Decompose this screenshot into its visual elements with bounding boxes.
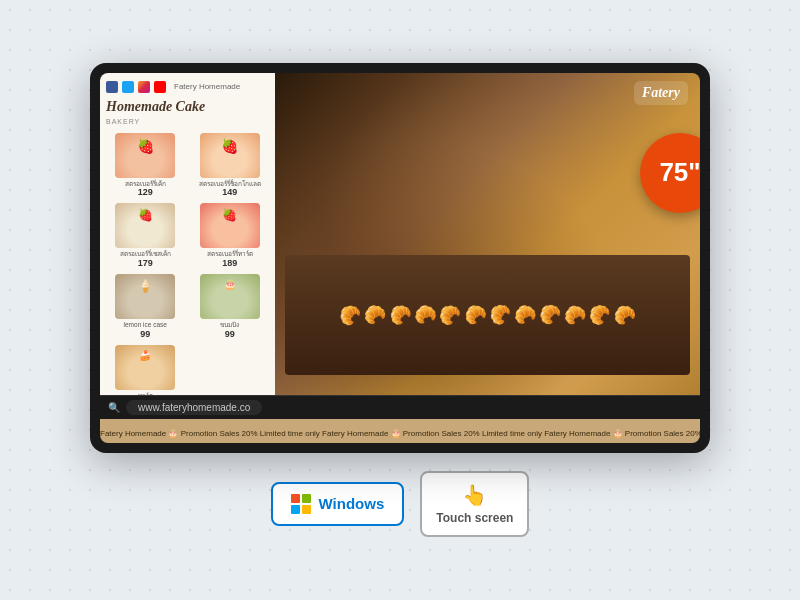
- list-item: lemon ice case 99: [106, 274, 185, 339]
- monitor-screen: Fatery Homemade Homemade Cake BAKERY สตร…: [100, 73, 700, 443]
- bottom-buttons: Windows 👆 Touch screen: [271, 471, 530, 537]
- touch-label: Touch screen: [436, 511, 513, 525]
- item-price-5: 99: [140, 329, 150, 339]
- monitor: Fatery Homemade Homemade Cake BAKERY สตร…: [90, 63, 710, 453]
- croissant-item: 🥐: [437, 302, 462, 327]
- item-name-4: สตรอเบอร์รี่ทาร์ต: [207, 250, 253, 258]
- item-price-4: 189: [222, 258, 237, 268]
- instagram-icon: [138, 81, 150, 93]
- windows-label: Windows: [319, 495, 385, 512]
- ticker-bar: Fatery Homemade 🎂 Promotion Sales 20% Li…: [100, 419, 700, 443]
- menu-grid: สตรอเบอร์รี่เค้ก 129 สตรอเบอร์รี่ช็อกโกแ…: [106, 133, 269, 395]
- cake-image-1: [115, 133, 175, 178]
- windows-icon: [291, 494, 311, 514]
- item-name-3: สตรอเบอร์รี่เชสเค้ก: [120, 250, 171, 258]
- search-icon: 🔍: [108, 402, 120, 413]
- win-square-green: [302, 494, 311, 503]
- ticker-text: Fatery Homemade 🎂 Promotion Sales 20% Li…: [100, 429, 700, 438]
- croissant-item: 🥐: [512, 301, 539, 328]
- croissant-item: 🥐: [463, 303, 487, 327]
- touchscreen-button[interactable]: 👆 Touch screen: [420, 471, 529, 537]
- page-container: Fatery Homemade Homemade Cake BAKERY สตร…: [90, 63, 710, 537]
- social-bar: Fatery Homemade: [106, 81, 269, 93]
- item-price-2: 149: [222, 187, 237, 197]
- menu-title: Homemade Cake: [106, 99, 269, 116]
- win-square-yellow: [302, 505, 311, 514]
- url-display: www.fateryhomemade.co: [126, 400, 262, 415]
- win-square-red: [291, 494, 300, 503]
- item-price-3: 179: [138, 258, 153, 268]
- cake-image-2: [200, 133, 260, 178]
- win-square-blue: [291, 505, 300, 514]
- croissant-tray: 🥐 🥐 🥐 🥐 🥐 🥐 🥐 🥐 🥐 🥐 🥐 🥐: [285, 255, 690, 375]
- menu-panel: Fatery Homemade Homemade Cake BAKERY สตร…: [100, 73, 275, 395]
- bakery-photo: 🥐 🥐 🥐 🥐 🥐 🥐 🥐 🥐 🥐 🥐 🥐 🥐: [275, 73, 700, 395]
- list-item: สตรอเบอร์รี่ช็อกโกแลต 149: [191, 133, 270, 198]
- croissant-item: 🥐: [613, 303, 638, 328]
- cake-image-5: [115, 274, 175, 319]
- item-name-1: สตรอเบอร์รี่เค้ก: [125, 180, 166, 188]
- item-name-6: ขนมปัง: [220, 321, 239, 329]
- cake-image-4: [200, 203, 260, 248]
- item-name-5: lemon ice case: [124, 321, 167, 329]
- windows-button[interactable]: Windows: [271, 482, 405, 526]
- croissant-item: 🥐: [586, 301, 614, 329]
- youtube-icon: [154, 81, 166, 93]
- croissant-item: 🥐: [362, 302, 387, 327]
- menu-subtitle: BAKERY: [106, 118, 269, 125]
- brand-logo: Fatery: [634, 81, 688, 105]
- url-bar: 🔍 www.fateryhomemade.co: [100, 395, 700, 419]
- list-item: ขนมปัง 99: [191, 274, 270, 339]
- list-item: ทาร์ต 99: [106, 345, 185, 395]
- croissant-item: 🥐: [388, 303, 412, 327]
- menu-brand: Fatery Homemade: [174, 82, 240, 91]
- list-item: สตรอเบอร์รี่เชสเค้ก 179: [106, 203, 185, 268]
- screen-content: Fatery Homemade Homemade Cake BAKERY สตร…: [100, 73, 700, 395]
- croissant-item: 🥐: [562, 302, 588, 328]
- item-price-6: 99: [225, 329, 235, 339]
- croissant-item: 🥐: [538, 302, 563, 327]
- list-item: สตรอเบอร์รี่เค้ก 129: [106, 133, 185, 198]
- twitter-icon: [122, 81, 134, 93]
- croissant-item: 🥐: [411, 301, 439, 329]
- list-item: สตรอเบอร์รี่ทาร์ต 189: [191, 203, 270, 268]
- item-name-2: สตรอเบอร์รี่ช็อกโกแลต: [199, 180, 261, 188]
- cake-image-7: [115, 345, 175, 390]
- facebook-icon: [106, 81, 118, 93]
- croissant-item: 🥐: [337, 301, 364, 328]
- cake-image-3: [115, 203, 175, 248]
- croissant-item: 🥐: [486, 301, 514, 329]
- item-price-1: 129: [138, 187, 153, 197]
- cake-image-6: [200, 274, 260, 319]
- item-name-7: ทาร์ต: [138, 392, 153, 395]
- touch-icon: 👆: [462, 483, 487, 507]
